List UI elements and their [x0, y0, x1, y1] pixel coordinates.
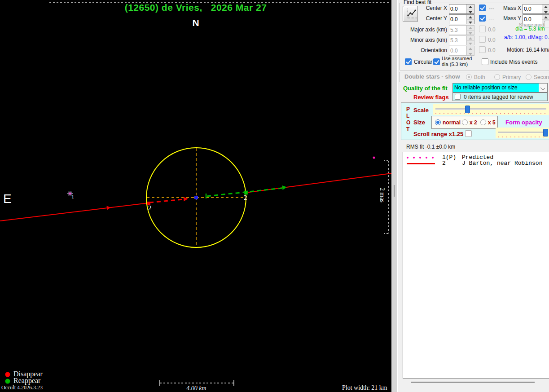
chord-disappear-dashed: [149, 199, 183, 203]
plot-letter-o: O: [406, 119, 410, 126]
chord-arrow-red: [184, 197, 189, 202]
double-stars-secondary-label: Secondary: [534, 74, 549, 80]
double-stars-secondary-radio[interactable]: [526, 74, 531, 80]
major-axis-label: Major axis (km): [407, 26, 447, 33]
major-axis-flag: 0.0: [488, 26, 496, 33]
occultation-plot-canvas[interactable]: (12650) de Vries, 2026 Mar 27 N E 1 2 2 …: [0, 0, 391, 392]
mass-x-field[interactable]: [523, 4, 549, 14]
chord2-reappear-label: 2: [244, 194, 247, 202]
center-x-checkbox[interactable]: [479, 4, 486, 11]
predicted-center-dot: [194, 196, 198, 199]
center-x-spinner[interactable]: [466, 4, 474, 13]
plot-width-label: Plot width: 21 km: [342, 384, 387, 392]
mass-x-label: Mass X: [494, 5, 521, 11]
include-miss-label: Include Miss events: [490, 59, 537, 65]
scale-label: Scale: [413, 107, 429, 114]
minor-axis-flag: 0.0: [488, 37, 496, 43]
use-assumed-dia-checkbox[interactable]: [433, 58, 440, 65]
review-flags-text: 0 items are tagged for review: [464, 94, 533, 100]
legend-reappear-label: Reappear: [13, 377, 40, 385]
scroll-range-checkbox[interactable]: [465, 130, 472, 137]
orientation-field[interactable]: [449, 46, 474, 56]
minor-axis-field[interactable]: [449, 35, 474, 45]
orientation-spinner[interactable]: [466, 46, 474, 55]
use-assumed-label-line2: dia (5.3 km): [442, 62, 468, 67]
scale-slider-groove: [435, 108, 546, 110]
panel-splitter[interactable]: [391, 0, 398, 392]
form-opacity-ticks: [498, 137, 546, 137]
center-y-spinner[interactable]: [466, 15, 474, 24]
center-y-flag: ---: [489, 16, 494, 22]
center-x-label: Center X: [407, 5, 447, 11]
review-flags-label: Review flags: [413, 94, 449, 101]
orientation-input[interactable]: [449, 46, 466, 55]
fit-control-panel: Find best fit Center X --- Mass X Center…: [398, 0, 549, 392]
mass-x-spinner[interactable]: [542, 4, 549, 13]
review-flags-checkbox[interactable]: [455, 94, 461, 100]
center-y-checkbox[interactable]: [479, 15, 486, 22]
orientation-checkbox[interactable]: [479, 46, 486, 53]
size-x2-radio[interactable]: [462, 119, 468, 125]
double-stars-group-label: Double stars - show: [403, 73, 461, 80]
app-version-label: Occult 4.2026.3.23: [1, 384, 43, 391]
scroll-range-label: Scroll range x1.25: [413, 131, 463, 137]
center-y-label: Center Y: [407, 15, 447, 22]
chord2-disappear-label: 2: [148, 204, 152, 212]
observations-listbox[interactable]: 1(P) Predicted 2 J Barton, near Robinson: [403, 152, 549, 379]
north-direction-label: N: [0, 18, 391, 28]
minor-axis-spinner[interactable]: [466, 36, 474, 45]
circular-checkbox[interactable]: [405, 58, 412, 65]
major-axis-checkbox[interactable]: [479, 26, 486, 32]
center-x-field[interactable]: [449, 4, 474, 14]
size-normal-radio[interactable]: [435, 119, 441, 125]
center-y-field[interactable]: [449, 14, 474, 24]
double-stars-primary-radio[interactable]: [494, 74, 500, 80]
form-opacity-slider[interactable]: [496, 128, 549, 138]
size-x5-radio[interactable]: [480, 119, 486, 125]
plot-graphics: [0, 0, 391, 392]
major-axis-input[interactable]: [449, 26, 466, 35]
major-axis-spinner[interactable]: [466, 26, 474, 35]
chevron-down-icon[interactable]: [539, 84, 547, 92]
dia-readout: dia = 5.3 km: [508, 26, 549, 32]
quality-of-fit-label: Quality of the fit: [403, 85, 448, 92]
horizontal-scrollbar[interactable]: [411, 382, 535, 383]
center-y-input[interactable]: [449, 15, 466, 24]
scale-slider[interactable]: [433, 104, 549, 115]
form-opacity-thumb[interactable]: [543, 129, 548, 137]
minor-axis-checkbox[interactable]: [479, 36, 486, 43]
double-stars-both-radio[interactable]: [466, 74, 472, 80]
mas-scale-label: 2 mas: [378, 188, 386, 203]
scale-slider-thumb[interactable]: [465, 106, 470, 113]
disappear-legend-icon: [5, 372, 10, 377]
double-stars-both-label: Both: [474, 74, 485, 80]
center-x-input[interactable]: [449, 4, 466, 13]
size-x5-label: x 5: [488, 119, 496, 126]
obs-id: 2: [442, 160, 462, 167]
plot-title: (12650) de Vries, 2026 Mar 27: [0, 2, 391, 13]
ab-dmag-readout: a/b: 1.00, dMag: 0.00: [504, 34, 549, 40]
orientation-flag: 0.0: [488, 47, 496, 53]
major-axis-field[interactable]: [449, 25, 474, 35]
mass-y-label: Mass Y: [494, 15, 521, 22]
quality-of-fit-combobox[interactable]: No reliable position or size: [452, 83, 548, 92]
minor-axis-input[interactable]: [449, 36, 466, 45]
km-scale-label: 4.00 km: [175, 385, 218, 392]
predicted-dotted-line-sample: [403, 154, 442, 160]
obs-name: J Barton, near Robinson: [462, 160, 542, 167]
list-item[interactable]: 2 J Barton, near Robinson: [403, 160, 549, 166]
occult-window: (12650) de Vries, 2026 Mar 27 N E 1 2 2 …: [0, 0, 549, 392]
include-miss-checkbox[interactable]: [482, 58, 488, 65]
size-option-box: normal x 2 x 5: [431, 116, 498, 129]
plot-letter-t: T: [406, 126, 409, 132]
center-x-flag: ---: [489, 5, 494, 12]
east-direction-label: E: [3, 192, 12, 206]
chord-arrow-green: [282, 185, 287, 190]
scale-slider-ticks: [435, 113, 546, 114]
mass-x-input[interactable]: [523, 4, 542, 13]
motion-readout: Motion: 16.14 km/s: [507, 47, 549, 53]
reappear-legend-icon: [5, 379, 10, 384]
motion-arrow-left: [106, 205, 111, 210]
plot-letter-l: L: [406, 113, 409, 119]
double-stars-primary-label: Primary: [502, 74, 521, 80]
